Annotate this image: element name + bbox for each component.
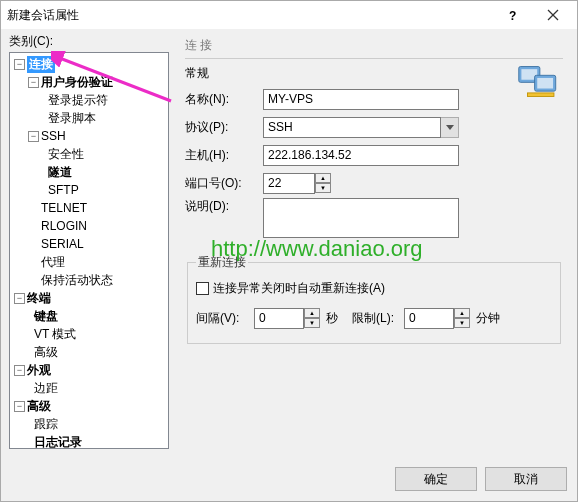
tree-node-telnet[interactable]: TELNET [10,199,168,217]
close-icon [547,9,559,21]
tree-node-ssh[interactable]: −SSH [10,127,168,145]
panel-header: 连 接 [185,37,563,54]
svg-rect-7 [528,93,554,97]
name-label: 名称(N): [185,91,263,108]
computers-icon [517,63,561,103]
tree-node-serial[interactable]: SERIAL [10,235,168,253]
tree-node-vtmode[interactable]: VT 模式 [10,325,168,343]
collapse-icon[interactable]: − [28,77,39,88]
tree-node-keepalive[interactable]: 保持活动状态 [10,271,168,289]
port-input[interactable] [263,173,315,194]
tree-node-logging[interactable]: 日志记录 [10,433,168,449]
collapse-icon[interactable]: − [14,293,25,304]
limit-label: 限制(L): [352,310,404,327]
tree-node-tunnel[interactable]: 隧道 [10,163,168,181]
name-input[interactable] [263,89,459,110]
interval-label: 间隔(V): [196,310,254,327]
help-icon: ? [507,9,519,21]
interval-spinner[interactable]: ▲▼ [304,308,320,328]
limit-unit: 分钟 [476,310,500,327]
titlebar: 新建会话属性 ? [1,1,577,29]
tree-node-keyboard[interactable]: 键盘 [10,307,168,325]
svg-text:?: ? [509,9,516,21]
tree-node-proxy[interactable]: 代理 [10,253,168,271]
tree-node-security[interactable]: 安全性 [10,145,168,163]
tree-node-trace[interactable]: 跟踪 [10,415,168,433]
collapse-icon[interactable]: − [28,131,39,142]
interval-input[interactable] [254,308,304,329]
host-label: 主机(H): [185,147,263,164]
desc-input[interactable] [263,198,459,238]
port-label: 端口号(O): [185,175,263,192]
auto-reconnect-label: 连接异常关闭时自动重新连接(A) [213,280,385,297]
tree-node-auth[interactable]: −用户身份验证 [10,73,168,91]
tree-node-appearance[interactable]: −外观 [10,361,168,379]
tree-node-advanced[interactable]: −高级 [10,397,168,415]
tree-node-terminal[interactable]: −终端 [10,289,168,307]
limit-spinner[interactable]: ▲▼ [454,308,470,328]
port-spinner[interactable]: ▲▼ [315,173,331,193]
interval-unit: 秒 [326,310,338,327]
svg-rect-6 [537,78,553,89]
tree-node-login-script[interactable]: 登录脚本 [10,109,168,127]
category-label: 类别(C): [9,33,169,50]
reconnect-group: 重新连接 连接异常关闭时自动重新连接(A) 间隔(V): ▲▼ 秒 限制(L):… [187,254,561,344]
protocol-select[interactable]: SSH [263,117,459,138]
general-label: 常规 [185,65,563,82]
tree-node-connection[interactable]: −连接 [10,55,168,73]
window-title: 新建会话属性 [7,7,495,24]
help-button[interactable]: ? [495,3,531,27]
limit-input[interactable] [404,308,454,329]
tree-node-rlogin[interactable]: RLOGIN [10,217,168,235]
category-tree[interactable]: −连接 −用户身份验证 登录提示符 登录脚本 −SSH 安全性 隧道 SFTP … [9,52,169,449]
host-input[interactable] [263,145,459,166]
tree-node-term-advanced[interactable]: 高级 [10,343,168,361]
cancel-button[interactable]: 取消 [485,467,567,491]
ok-button[interactable]: 确定 [395,467,477,491]
auto-reconnect-checkbox[interactable] [196,282,209,295]
tree-node-margin[interactable]: 边距 [10,379,168,397]
collapse-icon[interactable]: − [14,59,25,70]
protocol-label: 协议(P): [185,119,263,136]
tree-node-login-prompt[interactable]: 登录提示符 [10,91,168,109]
chevron-down-icon[interactable] [441,117,459,138]
close-button[interactable] [535,3,571,27]
collapse-icon[interactable]: − [14,401,25,412]
tree-node-sftp[interactable]: SFTP [10,181,168,199]
svg-marker-8 [446,125,454,130]
reconnect-legend: 重新连接 [196,254,248,271]
desc-label: 说明(D): [185,198,263,215]
collapse-icon[interactable]: − [14,365,25,376]
